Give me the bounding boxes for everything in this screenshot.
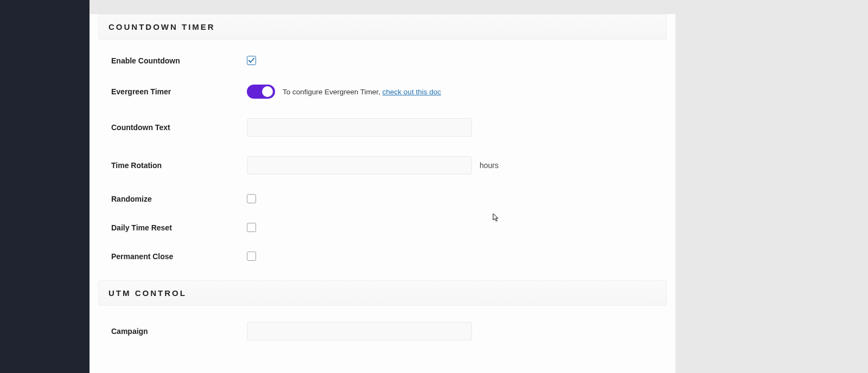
- row-permanent-close: Permanent Close: [98, 252, 667, 261]
- help-evergreen-timer: To configure Evergreen Timer, check out …: [283, 88, 441, 96]
- label-permanent-close: Permanent Close: [111, 252, 247, 261]
- link-evergreen-doc[interactable]: check out this doc: [382, 88, 441, 96]
- admin-sidebar: [0, 0, 90, 373]
- label-time-rotation: Time Rotation: [111, 161, 247, 170]
- section-header-utm: UTM CONTROL: [98, 280, 667, 306]
- checkbox-daily-time-reset[interactable]: [247, 223, 256, 232]
- checkbox-permanent-close[interactable]: [247, 252, 256, 261]
- label-randomize: Randomize: [111, 195, 247, 203]
- row-daily-time-reset: Daily Time Reset: [98, 223, 667, 232]
- label-campaign: Campaign: [111, 327, 247, 336]
- row-evergreen-timer: Evergreen Timer To configure Evergreen T…: [98, 85, 667, 99]
- label-daily-time-reset: Daily Time Reset: [111, 223, 247, 232]
- settings-panel: COUNTDOWN TIMER Enable Countdown Evergre…: [90, 14, 675, 373]
- section-title-utm: UTM CONTROL: [108, 288, 656, 298]
- row-time-rotation: Time Rotation hours: [98, 156, 667, 175]
- label-countdown-text: Countdown Text: [111, 123, 247, 132]
- section-header-countdown: COUNTDOWN TIMER: [98, 14, 667, 40]
- content-area: COUNTDOWN TIMER Enable Countdown Evergre…: [90, 0, 868, 373]
- section-title-countdown: COUNTDOWN TIMER: [108, 22, 656, 31]
- suffix-hours: hours: [480, 161, 499, 170]
- help-evergreen-prefix: To configure Evergreen Timer,: [283, 88, 382, 96]
- input-time-rotation[interactable]: [247, 156, 472, 175]
- input-campaign[interactable]: [247, 322, 472, 340]
- label-evergreen-timer: Evergreen Timer: [111, 87, 247, 96]
- checkbox-randomize[interactable]: [247, 194, 256, 203]
- row-countdown-text: Countdown Text: [98, 118, 667, 137]
- label-enable-countdown: Enable Countdown: [111, 56, 247, 65]
- row-randomize: Randomize: [98, 194, 667, 203]
- toggle-knob: [262, 86, 273, 97]
- input-countdown-text[interactable]: [247, 118, 472, 137]
- row-campaign: Campaign: [98, 322, 667, 340]
- checkbox-enable-countdown[interactable]: [247, 56, 256, 65]
- row-enable-countdown: Enable Countdown: [98, 56, 667, 65]
- toggle-evergreen-timer[interactable]: [247, 85, 275, 99]
